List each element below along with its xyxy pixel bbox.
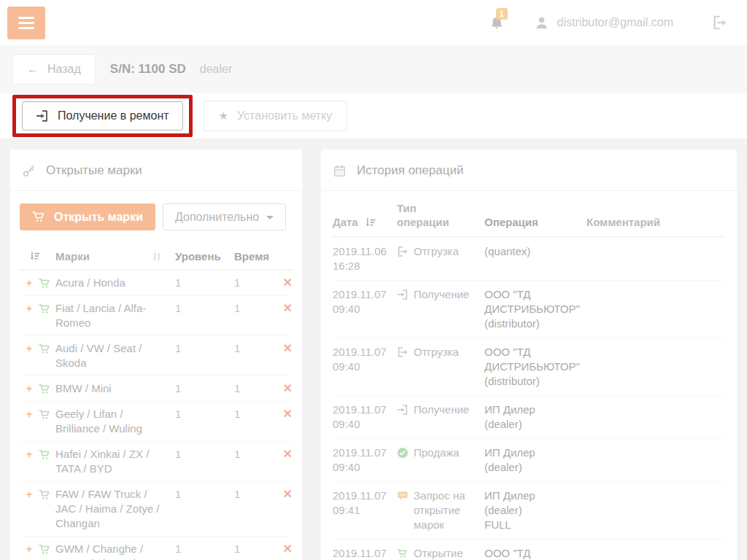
operation-column-header[interactable]: Операция <box>484 215 587 229</box>
delete-x-icon[interactable]: ✕ <box>283 408 293 420</box>
history-time: 09:41 <box>333 503 397 518</box>
delete-x-icon[interactable]: ✕ <box>283 448 293 460</box>
brand-row: + Fiat / Lancia / Alfa-Romeo 1 1 ✕ <box>20 296 293 336</box>
operation-type-label: Получение <box>414 287 481 302</box>
expand-plus-icon[interactable]: + <box>26 407 32 421</box>
check-circle-icon <box>397 447 409 460</box>
comment-column-header[interactable]: Комментарий <box>587 215 725 229</box>
delete-x-icon[interactable]: ✕ <box>283 382 293 394</box>
cart-icon[interactable] <box>39 543 51 556</box>
menu-button[interactable] <box>7 7 45 39</box>
set-mark-button[interactable]: ★ Установить метку <box>204 101 348 131</box>
brand-row: + GWM / Changhe / FDQC / Shuanghuan / 1 … <box>20 537 293 560</box>
type-column-header[interactable]: Тип операции <box>397 201 464 229</box>
device-role: dealer <box>200 63 232 76</box>
sort-desc-icon[interactable] <box>28 250 41 262</box>
user-menu[interactable]: distributor@gmail.com <box>534 15 673 31</box>
history-row: 2019.11.07 09:40 Получение ИП Дилер(deal… <box>333 396 725 439</box>
delete-x-icon[interactable]: ✕ <box>283 488 293 500</box>
history-time: 09:40 <box>333 417 397 432</box>
user-icon <box>534 15 549 31</box>
sign-out-icon <box>397 346 409 359</box>
history-row: 2019.11.07 09:41 Запрос на открытие маро… <box>333 482 725 540</box>
operation-type-label: Отгрузка <box>414 244 481 259</box>
delete-x-icon[interactable]: ✕ <box>283 276 293 289</box>
expand-plus-icon[interactable]: + <box>26 381 32 396</box>
caret-down-icon <box>266 216 274 219</box>
history-time: 09:40 <box>333 460 397 475</box>
arrow-left-icon: ← <box>27 63 39 76</box>
history-time: 16:28 <box>333 259 397 273</box>
delete-x-icon[interactable]: ✕ <box>283 342 293 354</box>
brand-time: 1 <box>225 407 271 421</box>
expand-plus-icon[interactable]: + <box>26 447 32 462</box>
date-column-header[interactable]: Дата <box>333 215 358 229</box>
delete-x-icon[interactable]: ✕ <box>283 302 293 314</box>
open-brands-title: Открытые марки <box>46 163 142 178</box>
history-date: 2019.11.07 <box>333 489 397 503</box>
brand-name: Audi / VW / Seat / Skoda <box>55 341 163 370</box>
cart-icon[interactable] <box>39 277 51 289</box>
key-icon <box>22 164 36 178</box>
operation-type-label: Отгрузка <box>414 345 481 359</box>
brand-row: + Hafei / Xinkai / ZX / TATA / BYD 1 1 ✕ <box>20 442 293 482</box>
history-date: 2019.11.07 <box>333 287 397 302</box>
receive-repair-label: Получение в ремонт <box>58 109 169 122</box>
cart-icon[interactable] <box>39 303 51 315</box>
notifications-button[interactable]: 1 <box>489 15 505 31</box>
history-row: 2019.11.07 09:40 Отгрузка ООО "ТД ДИСТРИ… <box>333 338 725 396</box>
history-date: 2019.11.07 <box>333 446 397 460</box>
brand-time: 1 <box>225 276 271 290</box>
cart-icon[interactable] <box>39 408 51 421</box>
open-brands-button-label: Открыть марки <box>54 211 143 224</box>
set-mark-label: Установить метку <box>237 109 332 122</box>
comment-icon <box>397 490 409 532</box>
receive-repair-button[interactable]: Получение в ремонт <box>22 101 183 131</box>
action-strip: Получение в ремонт ★ Установить метку <box>0 93 747 139</box>
sort-both-icon[interactable] <box>151 251 163 262</box>
history-operation: ООО "ТД ДИСТРИБЬЮТОР"(distributor) <box>484 345 587 389</box>
more-dropdown-button[interactable]: Дополнительно <box>163 203 286 230</box>
back-button[interactable]: ← Назад <box>12 54 96 85</box>
expand-plus-icon[interactable]: + <box>26 542 32 556</box>
operation-type-label: Получение <box>414 402 481 417</box>
cart-icon[interactable] <box>39 383 51 395</box>
brand-time: 1 <box>225 301 271 316</box>
date-sort-desc-icon[interactable] <box>364 217 376 229</box>
brand-row: + BMW / Mini 1 1 ✕ <box>20 376 293 402</box>
expand-plus-icon[interactable]: + <box>26 487 32 502</box>
calendar-icon <box>333 164 347 178</box>
brand-row: + Audi / VW / Seat / Skoda 1 1 ✕ <box>20 336 293 376</box>
cart-icon[interactable] <box>39 448 51 461</box>
operation-type-label: Открытие марок <box>414 546 481 560</box>
delete-x-icon[interactable]: ✕ <box>283 542 293 555</box>
history-date: 2019.11.07 <box>333 546 397 560</box>
sign-in-icon <box>397 404 409 417</box>
content-area: Открытые марки Открыть марки Дополнитель… <box>0 139 747 560</box>
history-operation: ООО "ТД ДИСТРИБЬЮТОР"(distributor) <box>484 546 587 560</box>
cart-icon[interactable] <box>39 489 51 501</box>
level-column-header[interactable]: Уровень <box>167 250 225 262</box>
sign-out-icon <box>397 246 409 259</box>
open-brands-panel: Открытые марки Открыть марки Дополнитель… <box>10 149 302 560</box>
cart-icon[interactable] <box>39 343 51 355</box>
brand-name: GWM / Changhe / FDQC / Shuanghuan / <box>55 542 163 560</box>
more-dropdown-label: Дополнительно <box>175 211 259 224</box>
time-column-header[interactable]: Время <box>225 250 271 262</box>
history-operation: (quantex) <box>484 244 587 259</box>
expand-plus-icon[interactable]: + <box>26 276 32 290</box>
back-label: Назад <box>47 63 81 76</box>
brand-row: + Geely / Lifan / Brilliance / Wuling 1 … <box>20 402 293 442</box>
user-email: distributor@gmail.com <box>557 16 673 29</box>
history-row: 2019.11.07 11:05 Открытие марок ООО "ТД … <box>333 540 725 560</box>
brand-level: 1 <box>167 447 225 462</box>
logout-button[interactable] <box>711 15 727 31</box>
operation-type-label: Запрос на открытие марок <box>414 489 481 532</box>
brand-column-header[interactable]: Марки <box>55 250 90 262</box>
history-operation: ИП Дилер(dealer) <box>484 402 587 432</box>
sign-in-icon <box>397 289 409 302</box>
expand-plus-icon[interactable]: + <box>26 301 32 316</box>
brand-level: 1 <box>167 276 225 290</box>
open-brands-button[interactable]: Открыть марки <box>20 203 155 230</box>
expand-plus-icon[interactable]: + <box>26 341 32 356</box>
